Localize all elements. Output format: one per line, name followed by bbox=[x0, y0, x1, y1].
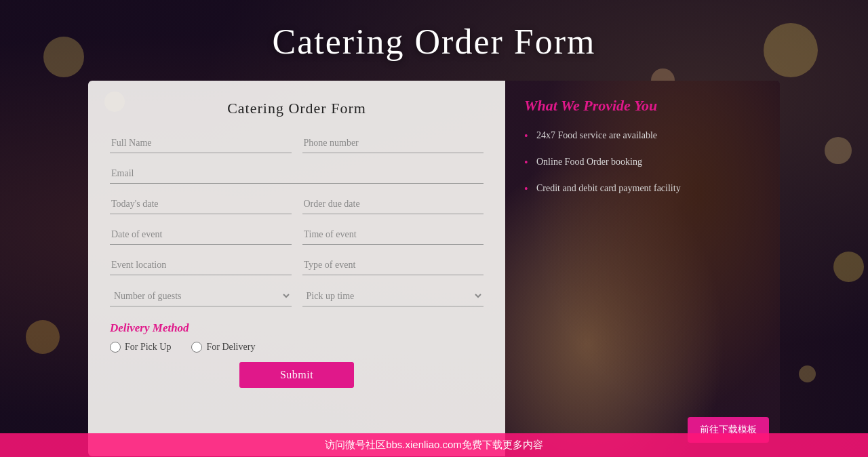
row-guests-pickup: Number of guests 1-10 11-25 26-50 51-100… bbox=[110, 285, 484, 316]
email-field[interactable] bbox=[110, 163, 484, 184]
today-date-field[interactable] bbox=[110, 193, 292, 214]
radio-delivery-label[interactable]: For Delivery bbox=[191, 342, 255, 353]
pick-up-time-select[interactable]: Pick up time Morning Afternoon Evening bbox=[302, 285, 484, 306]
delivery-title: Delivery Method bbox=[110, 321, 484, 335]
list-item: Online Food Order booking bbox=[524, 155, 761, 169]
event-location-field[interactable] bbox=[110, 254, 292, 275]
radio-pickup-text: For Pick Up bbox=[125, 342, 171, 353]
phone-input[interactable] bbox=[302, 132, 484, 153]
radio-pickup-label[interactable]: For Pick Up bbox=[110, 342, 171, 353]
radio-delivery-text: For Delivery bbox=[206, 342, 255, 353]
today-date-input[interactable] bbox=[110, 193, 292, 214]
time-of-event-input[interactable] bbox=[302, 224, 484, 245]
full-name-input[interactable] bbox=[110, 132, 292, 153]
phone-field[interactable] bbox=[302, 132, 484, 153]
pick-up-time-field[interactable]: Pick up time Morning Afternoon Evening bbox=[302, 285, 484, 306]
row-name-phone bbox=[110, 132, 484, 163]
radio-delivery[interactable] bbox=[191, 342, 202, 353]
form-panel: Catering Order Form bbox=[88, 81, 505, 456]
full-name-field[interactable] bbox=[110, 132, 292, 153]
row-location-type bbox=[110, 254, 484, 285]
radio-pickup[interactable] bbox=[110, 342, 121, 353]
number-of-guests-field[interactable]: Number of guests 1-10 11-25 26-50 51-100… bbox=[110, 285, 292, 306]
page-title: Catering Order Form bbox=[0, 0, 868, 81]
row-dates2 bbox=[110, 224, 484, 254]
type-of-event-field[interactable] bbox=[302, 254, 484, 275]
delivery-section: Delivery Method For Pick Up For Delivery bbox=[110, 321, 484, 353]
list-item: Credit and debit card payment facility bbox=[524, 181, 761, 195]
submit-button[interactable]: Submit bbox=[239, 362, 354, 388]
number-of-guests-select[interactable]: Number of guests 1-10 11-25 26-50 51-100… bbox=[110, 285, 292, 306]
bottom-banner: 访问微号社区bbs.xienliao.com免费下载更多内容 bbox=[0, 433, 868, 457]
info-panel: What We Provide You 24x7 Food service ar… bbox=[505, 81, 780, 456]
row-email bbox=[110, 163, 484, 193]
info-list: 24x7 Food service are available Online F… bbox=[524, 128, 761, 195]
order-due-date-field[interactable] bbox=[302, 193, 484, 214]
event-location-input[interactable] bbox=[110, 254, 292, 275]
info-title: What We Provide You bbox=[524, 97, 761, 115]
order-due-date-input[interactable] bbox=[302, 193, 484, 214]
list-item: 24x7 Food service are available bbox=[524, 128, 761, 142]
time-of-event-field[interactable] bbox=[302, 224, 484, 245]
email-input[interactable] bbox=[110, 163, 484, 184]
radio-group: For Pick Up For Delivery bbox=[110, 342, 484, 353]
form-title: Catering Order Form bbox=[110, 100, 484, 117]
type-of-event-input[interactable] bbox=[302, 254, 484, 275]
date-of-event-input[interactable] bbox=[110, 224, 292, 245]
date-of-event-field[interactable] bbox=[110, 224, 292, 245]
row-dates1 bbox=[110, 193, 484, 224]
